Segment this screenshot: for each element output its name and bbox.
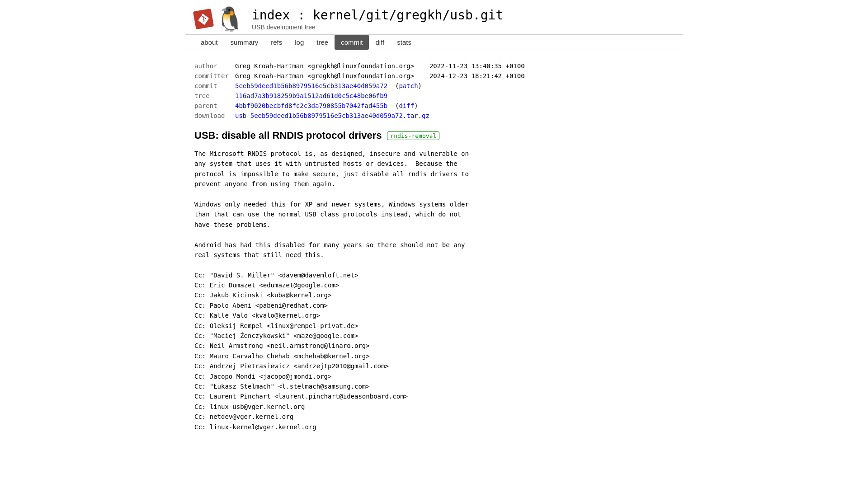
commit-title: USB: disable all RNDIS protocol drivers … [194,130,674,141]
parent-value: 4bbf9020becbfd8fc2c3da790855b7042fad455b… [235,101,529,111]
commit-tag-badge: rndis-removal [387,131,439,140]
committer-value: Greg Kroah-Hartman <gregkh@linuxfoundati… [235,71,529,81]
nav-bar: about summary refs log tree commit diff … [185,34,683,50]
tree-hash-link[interactable]: 116ad7a3b918259b9a1512ad61d0c5c48be06fb9 [235,92,387,99]
commit-patch-link[interactable]: patch [399,82,418,89]
commit-value: 5eeb59deed1b56b8979516e5cb313ae40d059a72… [235,81,529,91]
commit-hash-link[interactable]: 5eeb59deed1b56b8979516e5cb313ae40d059a72 [235,82,387,89]
nav-stats[interactable]: stats [391,35,418,50]
logo-area: 🐧 [194,7,245,31]
tree-row: tree 116ad7a3b918259b9a1512ad61d0c5c48be… [194,91,529,101]
main-content: author Greg Kroah-Hartman <gregkh@linuxf… [185,61,683,432]
download-link[interactable]: usb-5eeb59deed1b56b8979516e5cb313ae40d05… [235,112,429,119]
title-area: index : kernel/git/gregkh/usb.git USB de… [252,8,503,31]
nav-diff[interactable]: diff [369,35,391,50]
commit-body: The Microsoft RNDIS protocol is, as desi… [194,149,674,432]
parent-hash-link[interactable]: 4bbf9020becbfd8fc2c3da790855b7042fad455b [235,102,387,109]
nav-log[interactable]: log [288,35,310,50]
nav-tree[interactable]: tree [310,35,335,50]
committer-row: committer Greg Kroah-Hartman <gregkh@lin… [194,71,529,81]
nav-about[interactable]: about [194,35,224,50]
author-row: author Greg Kroah-Hartman <gregkh@linuxf… [194,61,529,71]
page-title: index : kernel/git/gregkh/usb.git [252,8,503,23]
download-row: download usb-5eeb59deed1b56b8979516e5cb3… [194,111,529,121]
parent-label: parent [194,101,235,111]
penguin-logo: 🐧 [215,7,245,31]
nav-summary[interactable]: summary [224,35,265,50]
parent-row: parent 4bbf9020becbfd8fc2c3da790855b7042… [194,101,529,111]
committer-label: committer [194,71,235,81]
page-subtitle: USB development tree [252,23,503,31]
page-header: 🐧 index : kernel/git/gregkh/usb.git USB … [185,0,683,34]
nav-refs[interactable]: refs [264,35,288,50]
commit-meta-table: author Greg Kroah-Hartman <gregkh@linuxf… [194,61,529,121]
commit-row: commit 5eeb59deed1b56b8979516e5cb313ae40… [194,81,529,91]
author-value: Greg Kroah-Hartman <gregkh@linuxfoundati… [235,61,529,71]
tree-value: 116ad7a3b918259b9a1512ad61d0c5c48be06fb9 [235,91,529,101]
commit-label: commit [194,81,235,91]
download-label: download [194,111,235,121]
nav-commit[interactable]: commit [335,35,369,50]
git-logo [193,9,214,29]
parent-diff-link[interactable]: diff [399,102,414,109]
tree-label: tree [194,91,235,101]
author-label: author [194,61,235,71]
download-value: usb-5eeb59deed1b56b8979516e5cb313ae40d05… [235,111,529,121]
